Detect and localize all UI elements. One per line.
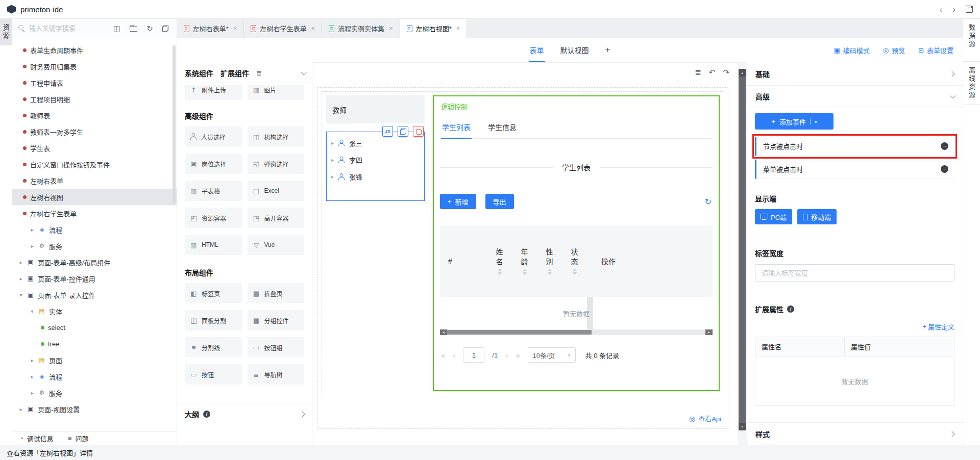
chevron-right-icon[interactable]: ▸ [18,276,23,282]
palette-item[interactable]: ◫机构选择 [248,126,305,147]
tree-node[interactable]: ▸李四 [327,151,424,168]
page-input[interactable]: 1 [463,347,484,363]
palette-item[interactable]: ▦分组控件 [248,310,305,330]
copy-widget-button[interactable] [398,126,408,137]
palette-item[interactable]: ▭按钮组 [248,337,305,357]
folder-icon[interactable] [130,26,137,32]
add-row-button[interactable]: +新增 [440,194,476,209]
search-input[interactable] [29,24,95,32]
event-node-clicked[interactable]: 节点被点击时 [755,137,954,156]
rail-tab-datasource[interactable]: 数据源 [963,19,980,54]
mobile-side-button[interactable]: 移动端 [797,209,837,224]
palette-item[interactable]: ▣岗位选择 [185,154,242,174]
sort-desc-icon[interactable] [498,272,502,275]
chevron-right-icon[interactable]: ▸ [30,227,35,233]
tree-item[interactable]: 教师表一对多学生 [12,123,177,140]
tab-system-components[interactable]: 系统组件 [185,68,213,78]
prev-page-button[interactable]: ‹ [453,351,455,359]
delete-widget-button[interactable] [413,126,424,137]
tree-item[interactable]: ▸⚙服务 [12,238,177,254]
palette-item[interactable]: 人员选择 [185,126,242,147]
tree-node[interactable]: ▸张三 [327,135,424,151]
palette-item[interactable]: ▤折叠页 [248,283,305,303]
define-property-link[interactable]: + 属性定义 [755,322,954,331]
rail-tab-offline[interactable]: 离线资源 [963,61,980,105]
doc-tab-active[interactable]: 左树右视图* × [400,19,468,38]
tab-form[interactable]: 表单 [529,38,545,62]
problems-button[interactable]: ≡问题 [68,433,89,443]
palette-item[interactable]: ▭按钮 [185,364,242,385]
outline-icon[interactable]: ≣ [695,68,701,76]
palette-item[interactable]: ≡分割线 [185,337,242,357]
export-button[interactable]: 导出 [485,194,514,209]
tree-item[interactable]: 左树右学生表单 [12,205,177,221]
doc-tab[interactable]: 左树右表单* × [177,19,244,38]
chevron-right-icon[interactable]: ▸ [30,357,35,363]
form-settings-button[interactable]: ⊞表单设置 [918,45,953,55]
save-icon[interactable] [966,6,973,13]
event-menu-clicked[interactable]: 菜单被点击时 [755,160,954,179]
teacher-tree-selected[interactable]: JS ▸张三 ▸李四 ▸张锋 [326,132,425,201]
doc-tab[interactable]: 流程实例实体集 × [322,19,400,38]
sort-asc-icon[interactable] [548,269,552,271]
view-api-link[interactable]: ◎ 查看Api [689,414,721,423]
tree-item[interactable]: ▸▣页面-表单-高级/布局组件 [12,254,177,270]
history-forward-icon[interactable]: › [952,5,955,14]
tree-item[interactable]: 左树右表单 [12,172,177,189]
scrollbar-thumb[interactable] [447,330,592,335]
export-icon[interactable]: ◫ [113,24,120,32]
tab-student-list[interactable]: 学生列表 [441,117,472,139]
tree-item[interactable]: ▾▤实体 [12,303,177,319]
first-page-button[interactable]: « [441,351,445,359]
chevron-right-icon[interactable]: ▸ [18,406,23,412]
scroll-left-icon[interactable]: ◂ [440,329,447,335]
doc-tab[interactable]: 左树右学生表单 × [244,19,322,38]
sort-asc-icon[interactable] [523,269,527,271]
sort-icons[interactable] [548,269,552,275]
chevron-right-icon[interactable]: ▸ [30,390,35,396]
tab-default-view[interactable]: 默认视图 [559,38,590,62]
refresh-icon[interactable]: ↻ [146,24,153,32]
add-view-button[interactable]: + [604,38,611,62]
tree-item-selected[interactable]: 左树右视图 [12,189,177,205]
section-style[interactable]: 样式 [747,422,963,445]
palette-item[interactable]: ▦图片 [248,85,305,100]
palette-item[interactable]: ▦子表格 [185,181,242,201]
table-horizontal-scrollbar[interactable]: ◂ ▸ [440,329,713,335]
tree-node[interactable]: ▸张锋 [327,168,424,185]
sort-icons[interactable] [498,269,502,275]
sort-desc-icon[interactable] [523,272,527,275]
preview-button[interactable]: ◎预览 [883,45,905,55]
chevron-right-icon[interactable]: ▸ [331,157,334,163]
palette-item[interactable]: ◫面板分割 [185,310,242,330]
history-back-icon[interactable]: ‹ [940,5,943,14]
section-advanced[interactable]: 高级 [747,86,963,107]
chevron-right-icon[interactable]: ▸ [30,374,35,379]
palette-item[interactable]: ▽Vue [248,235,305,255]
tree-item[interactable]: ▸▣页面-视图设置 [12,401,177,417]
palette-item[interactable]: ≣导航树 [248,364,305,385]
scroll-down-icon[interactable]: ▾ [739,423,746,430]
collapse-palette-icon[interactable] [301,69,307,75]
tree-item[interactable]: 自定义窗口操作按钮及事件 [12,156,177,172]
tab-student-info[interactable]: 学生信息 [487,117,518,139]
scrollbar-track[interactable] [447,329,705,335]
teacher-tree-widget[interactable]: 教师 JS ▸张三 ▸李四 [326,95,425,391]
palette-item[interactable]: ▤Excel [248,181,305,201]
sort-desc-icon[interactable] [548,272,552,275]
refresh-icon[interactable]: ↻ [705,197,713,207]
code-mode-button[interactable]: ▣编码模式 [834,45,869,55]
undo-icon[interactable]: ↶ [709,68,716,76]
tree-item[interactable]: ▾▣页面-表单-录入控件 [12,287,177,303]
canvas-scrollbar[interactable]: ▴ ▾ [738,62,747,445]
palette-item[interactable]: ▥HTML [185,235,242,255]
chevron-right-icon[interactable]: ▸ [30,243,35,249]
palette-item[interactable]: ◱弹窗选择 [248,154,305,174]
tree-item[interactable]: 学生表 [12,140,177,156]
js-action-button[interactable]: JS [382,126,393,137]
outline-section[interactable]: 大纲 [177,403,312,425]
tree-item[interactable]: 财务费用归集表 [12,58,177,74]
search-box[interactable] [12,19,112,38]
last-page-button[interactable]: » [516,351,520,359]
tree-item[interactable]: ▸⚙服务 [12,385,177,401]
